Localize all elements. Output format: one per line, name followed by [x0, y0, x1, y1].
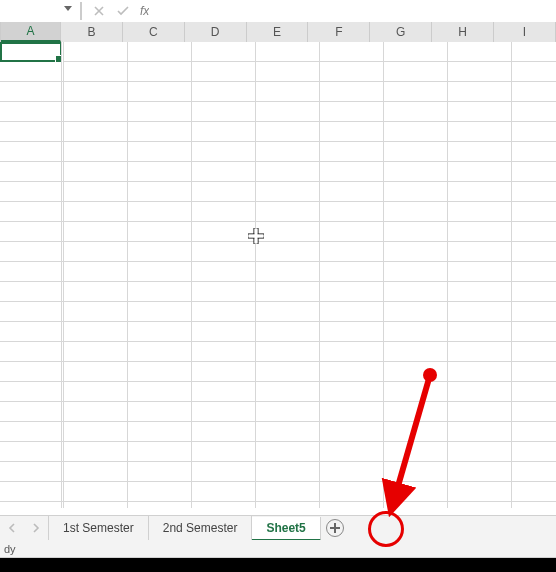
sheet-tab-bar: 1st Semester2nd SemesterSheet5: [0, 515, 556, 541]
cancel-icon[interactable]: [88, 1, 110, 21]
sheet-tab-sheet5[interactable]: Sheet5: [252, 517, 320, 541]
selected-cell[interactable]: [0, 42, 62, 62]
column-header-row: ABCDEFGHI: [0, 22, 556, 43]
column-header-G[interactable]: G: [370, 22, 432, 42]
column-header-A[interactable]: A: [1, 22, 61, 42]
cells-grid[interactable]: [0, 42, 556, 508]
formula-buttons: fx: [82, 1, 149, 21]
column-header-D[interactable]: D: [185, 22, 247, 42]
name-box[interactable]: [0, 0, 78, 22]
column-header-I[interactable]: I: [494, 22, 556, 42]
name-box-dropdown-icon: [64, 6, 72, 11]
tab-scroll-left-icon[interactable]: [0, 516, 24, 540]
sheet-tab-2nd-semester[interactable]: 2nd Semester: [149, 516, 253, 540]
confirm-icon[interactable]: [112, 1, 134, 21]
formula-input[interactable]: [149, 0, 556, 22]
status-bar: dy: [0, 540, 556, 558]
tab-scroll-right-icon[interactable]: [24, 516, 48, 540]
column-header-E[interactable]: E: [247, 22, 309, 42]
sheet-tabs: 1st Semester2nd SemesterSheet5: [49, 516, 321, 540]
plus-icon: [326, 519, 344, 537]
new-sheet-button[interactable]: [321, 516, 349, 540]
column-header-F[interactable]: F: [308, 22, 370, 42]
tab-nav-group: [0, 516, 49, 540]
column-header-H[interactable]: H: [432, 22, 494, 42]
select-all-corner[interactable]: [0, 22, 1, 42]
status-text: dy: [4, 543, 16, 555]
os-taskbar: [0, 558, 556, 572]
formula-bar: fx: [0, 0, 556, 23]
column-header-C[interactable]: C: [123, 22, 185, 42]
fx-label[interactable]: fx: [136, 4, 149, 18]
column-header-B[interactable]: B: [61, 22, 123, 42]
sheet-tab-1st-semester[interactable]: 1st Semester: [49, 516, 149, 540]
